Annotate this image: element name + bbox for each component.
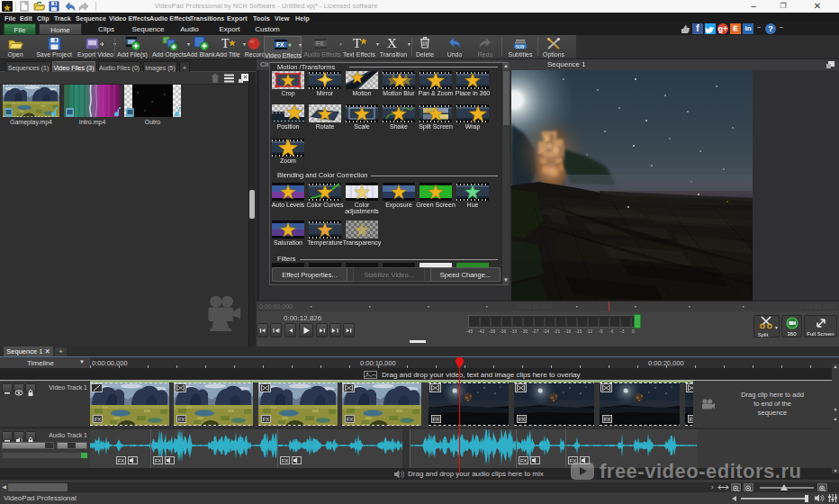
svg-text:FX: FX — [316, 40, 324, 47]
svg-text:SUB: SUB — [516, 45, 524, 50]
svg-text:T: T — [353, 36, 361, 50]
svg-text:T: T — [221, 37, 230, 50]
svg-text:X: X — [387, 36, 397, 50]
svg-text:FX: FX — [276, 41, 284, 48]
